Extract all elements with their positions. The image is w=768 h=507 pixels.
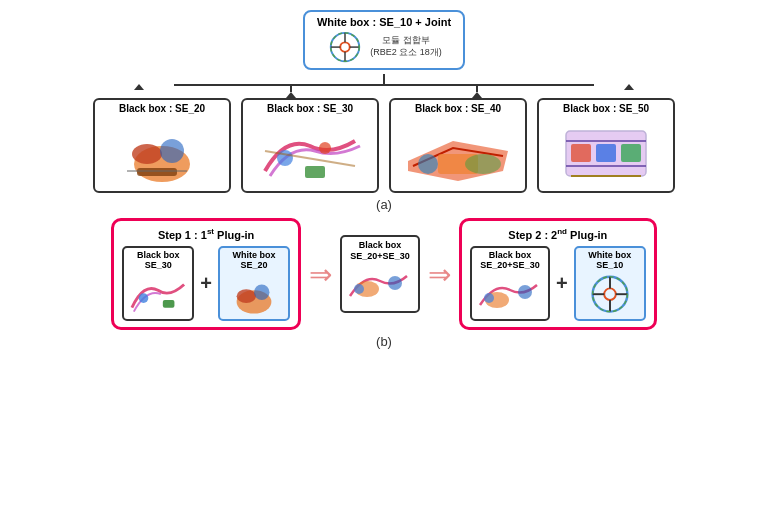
step2-wb-title: White boxSE_10 — [588, 250, 631, 272]
step1-result-title: Black boxSE_20+SE_30 — [350, 240, 409, 262]
svg-point-18 — [465, 154, 501, 174]
svg-rect-20 — [571, 144, 591, 162]
white-box-top: White box : SE_10 + Joint 모듈 접합부 — [303, 10, 465, 70]
step1-wb-title: White boxSE_20 — [233, 250, 276, 272]
step1-result-icon — [347, 261, 413, 309]
v-line-top — [383, 74, 385, 84]
bb-se30-title: Black box : SE_30 — [267, 103, 353, 114]
black-box-se40: Black box : SE_40 — [389, 98, 527, 193]
svg-point-26 — [237, 289, 256, 303]
bb-se20-title: Black box : SE_20 — [119, 103, 205, 114]
black-box-se50: Black box : SE_50 — [537, 98, 675, 193]
step2-black-box: Black boxSE_20+SE_30 — [470, 246, 550, 322]
branch-drops — [104, 84, 664, 98]
part-b: Step 1 : 1st Plug-in Black boxSE_30 — [20, 218, 748, 349]
module-info: 모듈 접합부 (RBE2 요소 18개) — [370, 35, 442, 58]
step1-title: Step 1 : 1st Plug-in — [122, 227, 290, 241]
bb-se40-title: Black box : SE_40 — [415, 103, 501, 114]
step2-wb-image — [581, 271, 639, 317]
steering-wheel-icon — [326, 30, 364, 64]
step2-bb-icon — [477, 270, 543, 318]
bb-se30-image — [255, 116, 365, 188]
arrow-3 — [472, 92, 482, 98]
arrow-step1-to-result: ⇒ — [309, 258, 332, 291]
svg-point-17 — [418, 154, 438, 174]
svg-point-27 — [254, 285, 269, 300]
step1-wb-image — [225, 271, 283, 317]
tree-connector-a — [20, 74, 748, 98]
step2-bb-image — [477, 271, 543, 317]
step1-se20-icon — [225, 271, 283, 317]
svg-point-1 — [340, 42, 349, 51]
black-box-se30: Black box : SE_30 — [241, 98, 379, 193]
svg-point-8 — [132, 144, 162, 164]
svg-point-33 — [484, 293, 494, 303]
step1-plus: + — [200, 272, 212, 295]
bb-se40-image — [403, 116, 513, 188]
black-box-se20: Black box : SE_20 — [93, 98, 231, 193]
part-a-label: (a) — [376, 197, 392, 212]
arrow-result-to-step2: ⇒ — [428, 258, 451, 291]
step1-box: Step 1 : 1st Plug-in Black boxSE_30 — [111, 218, 301, 330]
step1-black-box: Black boxSE_30 — [122, 246, 194, 322]
step1-result-image — [347, 262, 413, 308]
step1-se30-icon — [129, 271, 187, 317]
h-branch-line — [174, 84, 594, 86]
black-boxes-row: Black box : SE_20 Black box : SE_30 — [93, 98, 675, 193]
step1-bb-title: Black boxSE_30 — [137, 250, 180, 272]
arrow-1 — [134, 84, 144, 90]
svg-rect-22 — [621, 144, 641, 162]
se40-illustration — [403, 116, 513, 188]
svg-point-32 — [518, 285, 532, 299]
se50-illustration — [551, 116, 661, 188]
step2-box: Step 2 : 2nd Plug-in Black boxSE_20+SE_3… — [459, 218, 657, 330]
svg-rect-21 — [596, 144, 616, 162]
svg-point-9 — [160, 139, 184, 163]
steps-row: Step 1 : 1st Plug-in Black boxSE_30 — [20, 218, 748, 330]
svg-point-23 — [139, 293, 149, 303]
steering-wheel-image — [326, 30, 364, 64]
step2-title: Step 2 : 2nd Plug-in — [470, 227, 646, 241]
step2-plus: + — [556, 272, 568, 295]
bb-se50-image — [551, 116, 661, 188]
svg-point-29 — [388, 276, 402, 290]
svg-rect-10 — [137, 168, 177, 176]
svg-rect-24 — [163, 300, 175, 308]
bb-se50-title: Black box : SE_50 — [563, 103, 649, 114]
main-container: White box : SE_10 + Joint 모듈 접합부 — [0, 0, 768, 507]
svg-rect-14 — [305, 166, 325, 178]
step1-content: Black boxSE_30 + — [122, 246, 290, 322]
bb-se20-image — [107, 116, 217, 188]
step2-bb-title: Black boxSE_20+SE_30 — [480, 250, 539, 272]
part-a: White box : SE_10 + Joint 모듈 접합부 — [20, 10, 748, 212]
svg-point-30 — [354, 284, 364, 294]
white-box-title: White box : SE_10 + Joint — [317, 16, 451, 28]
branch-container — [104, 84, 664, 98]
step1-bb-image — [129, 271, 187, 317]
step2-content: Black boxSE_20+SE_30 + — [470, 246, 646, 322]
svg-point-13 — [319, 142, 331, 154]
step2-steering-icon — [581, 271, 639, 317]
part-b-label: (b) — [20, 334, 748, 349]
se30-illustration — [255, 116, 365, 188]
step2-white-box: White boxSE_10 — [574, 246, 646, 322]
white-box-content: 모듈 접합부 (RBE2 요소 18개) — [326, 30, 442, 64]
svg-point-35 — [604, 288, 616, 300]
arrow-4 — [624, 84, 634, 90]
arrow-2 — [286, 92, 296, 98]
se20-illustration — [107, 116, 217, 188]
step1-result-box: Black boxSE_20+SE_30 — [340, 235, 420, 313]
step1-white-box: White boxSE_20 — [218, 246, 290, 322]
